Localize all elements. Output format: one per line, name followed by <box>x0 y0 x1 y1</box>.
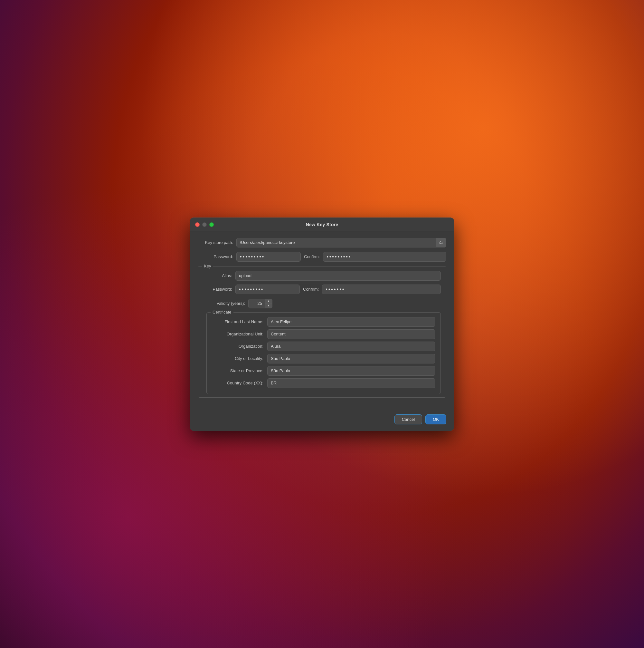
maximize-button[interactable] <box>209 222 214 227</box>
spinner-up-button[interactable]: ▲ <box>265 299 272 304</box>
cert-city-input[interactable] <box>267 354 435 364</box>
alias-input[interactable] <box>235 271 441 281</box>
cert-state-input[interactable] <box>267 366 435 376</box>
keystore-password-label: Password: <box>198 254 233 259</box>
keystore-path-label: Key store path: <box>198 240 233 245</box>
cert-name-input[interactable] <box>267 317 435 327</box>
key-password-row: Password: Confirm: <box>207 284 441 294</box>
folder-icon: 🗂 <box>439 240 444 245</box>
key-password-label: Password: <box>207 287 232 291</box>
cert-org-unit-row: Organizational Unit: <box>212 329 435 339</box>
alias-label: Alias: <box>207 273 232 278</box>
certificate-section: Certificate First and Last Name: Organiz… <box>207 312 441 394</box>
cert-name-row: First and Last Name: <box>212 317 435 327</box>
cert-org-unit-label: Organizational Unit: <box>212 332 264 336</box>
dialog-overlay: New Key Store Key store path: 🗂 Password… <box>0 0 644 648</box>
cert-state-label: State or Province: <box>212 368 264 373</box>
key-confirm-input[interactable] <box>322 284 441 294</box>
key-confirm-label: Confirm: <box>303 287 319 291</box>
cert-state-row: State or Province: <box>212 366 435 376</box>
cert-org-row: Organization: <box>212 341 435 351</box>
keystore-confirm-input[interactable] <box>323 252 446 262</box>
cert-org-input[interactable] <box>267 341 435 351</box>
keystore-password-input[interactable] <box>236 252 301 262</box>
cert-country-row: Country Code (XX): <box>212 378 435 388</box>
close-button[interactable] <box>195 222 200 227</box>
ok-button[interactable]: OK <box>425 414 446 424</box>
validity-input[interactable] <box>249 299 265 308</box>
keystore-path-input[interactable] <box>237 238 436 247</box>
key-inner: Alias: Password: Confirm: Validity (year… <box>203 271 441 394</box>
keystore-confirm-label: Confirm: <box>304 254 320 259</box>
cert-city-label: City or Locality: <box>212 356 264 361</box>
cancel-button[interactable]: Cancel <box>395 414 422 424</box>
cert-org-label: Organization: <box>212 344 264 348</box>
certificate-section-label: Certificate <box>211 310 233 315</box>
dialog-body: Key store path: 🗂 Password: Confirm: Key <box>190 231 454 410</box>
minimize-button[interactable] <box>202 222 207 227</box>
keystore-password-row: Password: Confirm: <box>198 252 446 262</box>
cert-name-label: First and Last Name: <box>212 319 264 324</box>
traffic-lights <box>195 222 214 227</box>
cert-org-unit-input[interactable] <box>267 329 435 339</box>
title-bar: New Key Store <box>190 217 454 231</box>
keystore-path-row: Key store path: 🗂 <box>198 238 446 248</box>
spinner-down-button[interactable]: ▼ <box>265 303 272 308</box>
browse-button[interactable]: 🗂 <box>436 238 446 247</box>
path-input-wrapper: 🗂 <box>236 238 446 248</box>
validity-row: Validity (years): ▲ ▼ <box>207 299 441 308</box>
cert-country-input[interactable] <box>267 378 435 388</box>
new-keystore-dialog: New Key Store Key store path: 🗂 Password… <box>190 217 454 431</box>
dialog-title: New Key Store <box>306 222 338 227</box>
spinner-buttons: ▲ ▼ <box>265 299 272 308</box>
key-section: Key Alias: Password: Confirm: <box>198 266 446 398</box>
alias-row: Alias: <box>207 271 441 281</box>
cert-city-row: City or Locality: <box>212 354 435 364</box>
validity-label: Validity (years): <box>207 301 245 306</box>
key-section-label: Key <box>202 264 213 268</box>
cert-country-label: Country Code (XX): <box>212 381 264 385</box>
dialog-footer: Cancel OK <box>190 410 454 431</box>
validity-spinner: ▲ ▼ <box>248 299 273 308</box>
key-password-input[interactable] <box>235 284 300 294</box>
